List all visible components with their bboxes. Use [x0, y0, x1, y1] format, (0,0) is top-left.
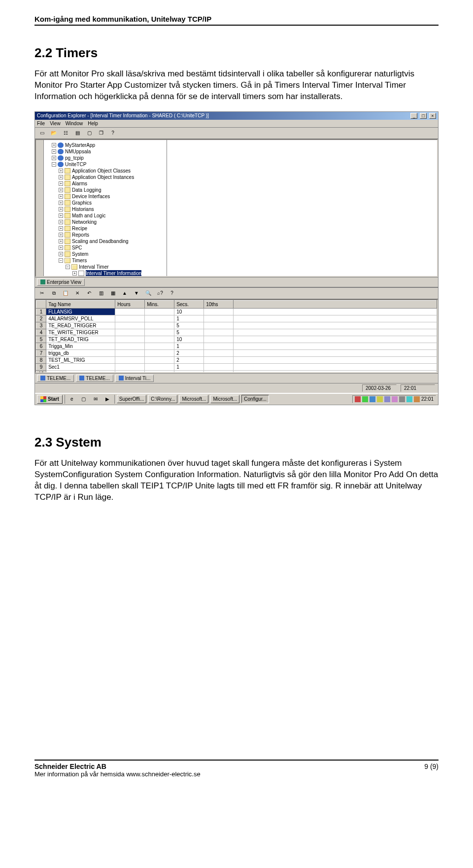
cell-secs[interactable]: 5 — [174, 322, 204, 329]
view2-icon[interactable]: ▦ — [108, 289, 118, 298]
cell-tagname[interactable]: TEST_ML_TRIG — [46, 356, 115, 363]
cell-secs[interactable]: 10 — [174, 336, 204, 343]
col-tagname[interactable]: Tag Name — [46, 300, 115, 308]
quicklaunch-icon[interactable]: ▢ — [79, 395, 89, 404]
col-10ths[interactable]: 10ths — [204, 300, 234, 308]
tray-icon[interactable] — [384, 396, 390, 402]
view-icon[interactable]: ▤ — [72, 129, 82, 138]
tray-icon[interactable] — [362, 396, 368, 402]
cell-mins[interactable] — [145, 322, 174, 329]
row-number[interactable]: 8 — [36, 356, 46, 363]
cell-tagname[interactable]: 4ALARMSRV_POLL — [46, 315, 115, 322]
row-number[interactable]: 5 — [36, 336, 46, 343]
tree-child-timers[interactable]: −Timers — [45, 257, 166, 264]
start-button[interactable]: Start — [37, 395, 63, 404]
view1-icon[interactable]: ▥ — [96, 289, 106, 298]
col-mins[interactable]: Mins. — [145, 300, 174, 308]
tray-icon[interactable] — [355, 396, 361, 402]
tree-top-item[interactable]: −UniteTCP — [45, 161, 166, 168]
tree-child[interactable]: +Recipe — [45, 225, 166, 232]
cell-10ths[interactable] — [204, 343, 234, 349]
sort1-icon[interactable]: ▲ — [120, 289, 130, 298]
sort2-icon[interactable]: ▼ — [132, 289, 141, 298]
paste-icon[interactable]: 📋 — [61, 289, 70, 298]
row-number[interactable]: 3 — [36, 322, 46, 329]
cell-secs[interactable]: 2 — [174, 356, 204, 363]
cell-secs[interactable]: 1 — [174, 343, 204, 349]
cell-hours[interactable] — [115, 329, 145, 336]
tree-child[interactable]: +Networking — [45, 219, 166, 225]
cell-mins[interactable] — [145, 336, 174, 343]
bottom-tab[interactable]: TELEME... — [37, 375, 74, 382]
cell-10ths[interactable] — [204, 363, 234, 370]
quicklaunch-icon[interactable]: ✉ — [91, 395, 101, 404]
grid-row[interactable]: 5TET_READ_TRIG10 — [36, 336, 437, 343]
grid-wrap[interactable]: Tag Name Hours Mins. Secs. 10ths 1FLLANS… — [35, 299, 438, 373]
task-button[interactable]: C:\Ronny... — [148, 395, 177, 403]
cell-hours[interactable] — [115, 315, 145, 322]
copy-icon[interactable]: ⧉ — [49, 289, 59, 298]
cell-tagname[interactable]: TE_READ_TRIGGER — [46, 322, 115, 329]
quicklaunch-icon[interactable]: ▶ — [102, 395, 112, 404]
tray-icon[interactable] — [399, 396, 405, 402]
tree-interval-timer-info[interactable]: +Interval Timer Information — [45, 270, 166, 276]
tray-icon[interactable] — [370, 396, 375, 402]
cell-10ths[interactable] — [204, 315, 234, 322]
cell-tagname[interactable]: trigga_db — [46, 349, 115, 356]
close-button[interactable]: × — [429, 113, 436, 119]
maximize-button[interactable]: □ — [420, 113, 427, 119]
tree-top-item[interactable]: +pg_tcpip — [45, 155, 166, 161]
cell-secs[interactable]: 10 — [174, 308, 204, 315]
cell-mins[interactable] — [145, 363, 174, 370]
cell-secs[interactable]: 1 — [174, 315, 204, 322]
tree-icon[interactable]: ☷ — [61, 129, 70, 138]
grid-row[interactable]: 7trigga_db2 — [36, 349, 437, 356]
new-icon[interactable]: ▭ — [37, 129, 47, 138]
cell-hours[interactable] — [115, 349, 145, 356]
menu-view[interactable]: View — [50, 121, 61, 126]
col-secs[interactable]: Secs. — [174, 300, 204, 308]
cell-10ths[interactable] — [204, 356, 234, 363]
tree-child[interactable]: +Historians — [45, 206, 166, 212]
grid-row[interactable]: 9Sec11 — [36, 363, 437, 370]
cell-10ths[interactable] — [204, 308, 234, 315]
cascade-icon[interactable]: ❐ — [96, 129, 106, 138]
cell-tagname[interactable]: TE_WRITE_TRIGGER — [46, 329, 115, 336]
row-number[interactable]: 2 — [36, 315, 46, 322]
cell-mins[interactable] — [145, 315, 174, 322]
cell-tagname[interactable]: FLLANSIG — [46, 308, 115, 315]
undo-icon[interactable]: ↶ — [84, 289, 94, 298]
delete-icon[interactable]: ✕ — [72, 289, 82, 298]
tree-child[interactable]: +Application Object Instances — [45, 174, 166, 180]
query-icon[interactable]: ⌕? — [155, 289, 165, 298]
cell-mins[interactable] — [145, 329, 174, 336]
open-icon[interactable]: 📂 — [49, 129, 59, 138]
grid-row[interactable]: 3TE_READ_TRIGGER5 — [36, 322, 437, 329]
cell-hours[interactable] — [115, 308, 145, 315]
help-icon[interactable]: ? — [108, 129, 118, 138]
cell-10ths[interactable] — [204, 349, 234, 356]
cell-secs[interactable]: 2 — [174, 349, 204, 356]
cell-hours[interactable] — [115, 356, 145, 363]
cell-10ths[interactable] — [204, 322, 234, 329]
cell-tagname[interactable]: Sec1 — [46, 363, 115, 370]
tray-icon[interactable] — [377, 396, 383, 402]
tree-child[interactable]: +Reports — [45, 232, 166, 238]
cut-icon[interactable]: ✂ — [37, 289, 47, 298]
cell-tagname[interactable]: Trigga_Min — [46, 343, 115, 349]
window-icon[interactable]: ▢ — [84, 129, 94, 138]
timer-grid[interactable]: Tag Name Hours Mins. Secs. 10ths 1FLLANS… — [36, 300, 437, 373]
grid-row[interactable]: 1FLLANSIG10 — [36, 308, 437, 315]
tree-child[interactable]: +Graphics — [45, 200, 166, 206]
tree-child[interactable]: +Device Interfaces — [45, 193, 166, 200]
cell-mins[interactable] — [145, 356, 174, 363]
cell-mins[interactable] — [145, 308, 174, 315]
row-number[interactable]: 7 — [36, 349, 46, 356]
tree-child[interactable]: +SPC — [45, 244, 166, 251]
row-number[interactable]: 1 — [36, 308, 46, 315]
grid-row[interactable]: 24ALARMSRV_POLL1 — [36, 315, 437, 322]
tree-child[interactable]: +Scaling and Deadbanding — [45, 238, 166, 244]
task-button-active[interactable]: Configur... — [241, 395, 269, 403]
cell-10ths[interactable] — [204, 329, 234, 336]
row-number[interactable]: 6 — [36, 343, 46, 349]
